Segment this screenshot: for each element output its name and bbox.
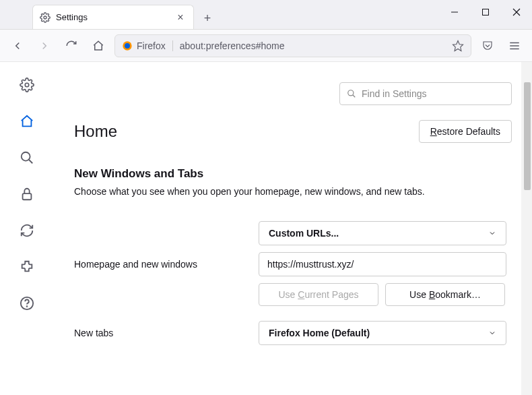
page-title: Home bbox=[74, 122, 117, 141]
svg-point-12 bbox=[22, 152, 30, 161]
sidebar-search[interactable] bbox=[19, 150, 35, 166]
menu-button[interactable] bbox=[504, 35, 525, 57]
sidebar-general[interactable] bbox=[19, 77, 35, 93]
back-button[interactable] bbox=[7, 35, 28, 57]
forward-button bbox=[34, 35, 55, 57]
content-area: Find in Settings Home Restore Defaults N… bbox=[0, 62, 532, 395]
homepage-label: Homepage and new windows bbox=[74, 259, 251, 270]
restore-defaults-button[interactable]: Restore Defaults bbox=[419, 120, 512, 143]
chevron-down-icon bbox=[488, 329, 496, 337]
svg-line-13 bbox=[29, 160, 33, 164]
sidebar-help[interactable] bbox=[19, 295, 35, 311]
bookmark-star-icon[interactable] bbox=[452, 40, 464, 52]
section-description: Choose what you see when you open your h… bbox=[74, 186, 512, 197]
sidebar bbox=[0, 62, 54, 395]
svg-point-17 bbox=[348, 90, 354, 96]
svg-point-6 bbox=[125, 43, 130, 49]
url-text: about:preferences#home bbox=[180, 40, 445, 51]
sidebar-home[interactable] bbox=[19, 113, 35, 129]
chevron-down-icon bbox=[488, 229, 496, 237]
svg-point-16 bbox=[27, 306, 28, 307]
browser-tab[interactable]: Settings × bbox=[32, 5, 194, 29]
svg-point-0 bbox=[44, 16, 46, 19]
close-icon[interactable]: × bbox=[174, 11, 187, 24]
toolbar: Firefox about:preferences#home bbox=[0, 30, 532, 62]
vertical-scrollbar[interactable] bbox=[521, 62, 532, 395]
maximize-button[interactable] bbox=[470, 0, 501, 24]
svg-marker-7 bbox=[453, 40, 463, 51]
window-controls bbox=[439, 0, 532, 24]
section-heading: New Windows and Tabs bbox=[74, 167, 512, 181]
use-current-pages-button: Use Current Pages bbox=[259, 283, 378, 306]
url-bar[interactable]: Firefox about:preferences#home bbox=[114, 34, 471, 57]
new-tab-button[interactable]: + bbox=[197, 7, 218, 29]
svg-point-11 bbox=[25, 83, 29, 87]
svg-rect-14 bbox=[23, 193, 32, 200]
minimize-button[interactable] bbox=[439, 0, 470, 24]
svg-line-18 bbox=[353, 95, 356, 98]
newtabs-label: New tabs bbox=[74, 328, 251, 338]
search-settings-input[interactable]: Find in Settings bbox=[339, 82, 512, 105]
firefox-logo-icon bbox=[122, 40, 133, 51]
homepage-url-input[interactable] bbox=[259, 252, 506, 276]
tab-title: Settings bbox=[56, 12, 169, 22]
home-button[interactable] bbox=[88, 35, 109, 57]
svg-rect-2 bbox=[483, 9, 489, 16]
homepage-mode-select[interactable]: Custom URLs... bbox=[259, 221, 506, 245]
main-content: Find in Settings Home Restore Defaults N… bbox=[54, 62, 532, 395]
close-window-button[interactable] bbox=[501, 0, 532, 24]
sidebar-extensions[interactable] bbox=[19, 259, 35, 275]
search-icon bbox=[347, 89, 356, 98]
pocket-button[interactable] bbox=[477, 35, 498, 57]
use-bookmark-button[interactable]: Use Bookmark… bbox=[385, 283, 505, 306]
sidebar-privacy[interactable] bbox=[19, 186, 35, 202]
reload-button[interactable] bbox=[61, 35, 82, 57]
newtabs-select[interactable]: Firefox Home (Default) bbox=[259, 321, 506, 345]
scrollbar-thumb[interactable] bbox=[524, 82, 531, 190]
gear-icon bbox=[40, 12, 51, 23]
titlebar: Settings × + bbox=[0, 0, 532, 30]
sidebar-sync[interactable] bbox=[19, 222, 35, 239]
identity-box[interactable]: Firefox bbox=[122, 40, 173, 51]
